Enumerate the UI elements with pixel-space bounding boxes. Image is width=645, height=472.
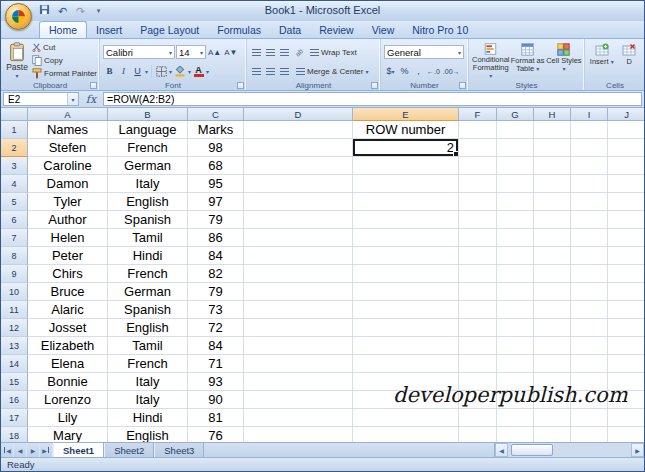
cell-G10[interactable]	[497, 283, 534, 301]
row-header-17[interactable]: 17	[1, 409, 28, 427]
underline-dropdown-arrow[interactable]: ▾	[145, 68, 148, 75]
align-bottom-button[interactable]	[278, 45, 291, 59]
cell-B16[interactable]: Italy	[108, 391, 188, 409]
cell-J1[interactable]	[608, 121, 644, 139]
cell-B13[interactable]: Tamil	[108, 337, 188, 355]
ribbon-tab-home[interactable]: Home	[39, 21, 87, 39]
cell-A12[interactable]: Josset	[28, 319, 108, 337]
cell-D2[interactable]	[244, 139, 353, 157]
scroll-left-arrow[interactable]: ◀	[495, 443, 508, 457]
row-header-13[interactable]: 13	[1, 337, 28, 355]
font-dialog-launcher[interactable]	[237, 82, 244, 89]
cell-J8[interactable]	[608, 247, 644, 265]
column-header-G[interactable]: G	[497, 108, 534, 121]
clipboard-dialog-launcher[interactable]	[90, 82, 97, 89]
name-box-dropdown-arrow[interactable]: ▾	[67, 93, 78, 105]
cell-J10[interactable]	[608, 283, 644, 301]
cell-A13[interactable]: Elizabeth	[28, 337, 108, 355]
cell-G2[interactable]	[497, 139, 534, 157]
cell-G4[interactable]	[497, 175, 534, 193]
cell-J7[interactable]	[608, 229, 644, 247]
cell-B4[interactable]: Italy	[108, 175, 188, 193]
fill-color-dropdown-arrow[interactable]: ▾	[188, 68, 191, 75]
cell-A3[interactable]: Caroline	[28, 157, 108, 175]
format-painter-button[interactable]: Format Painter	[32, 68, 97, 80]
cell-C9[interactable]: 82	[188, 265, 244, 283]
cell-C10[interactable]: 79	[188, 283, 244, 301]
cell-C15[interactable]: 93	[188, 373, 244, 391]
cell-D3[interactable]	[244, 157, 353, 175]
cell-J18[interactable]	[608, 427, 644, 442]
row-header-1[interactable]: 1	[1, 121, 28, 139]
align-left-button[interactable]	[250, 64, 263, 78]
cut-button[interactable]: Cut	[32, 41, 97, 53]
insert-cells-button[interactable]: Insert ▾	[588, 41, 616, 80]
cell-C4[interactable]: 95	[188, 175, 244, 193]
cell-A5[interactable]: Tyler	[28, 193, 108, 211]
cell-J4[interactable]	[608, 175, 644, 193]
row-header-7[interactable]: 7	[1, 229, 28, 247]
borders-dropdown-arrow[interactable]: ▾	[169, 68, 172, 75]
sheet-tab-sheet1[interactable]: Sheet1	[53, 442, 104, 457]
cell-C16[interactable]: 90	[188, 391, 244, 409]
cell-F11[interactable]	[459, 301, 497, 319]
cell-F8[interactable]	[459, 247, 497, 265]
cell-D16[interactable]	[244, 391, 353, 409]
cell-G1[interactable]	[497, 121, 534, 139]
cell-I18[interactable]	[571, 427, 608, 442]
borders-button[interactable]	[155, 64, 168, 78]
cell-C14[interactable]: 71	[188, 355, 244, 373]
select-all-corner[interactable]	[1, 108, 28, 121]
cell-J5[interactable]	[608, 193, 644, 211]
font-color-dropdown-arrow[interactable]: ▾	[206, 68, 209, 75]
row-header-3[interactable]: 3	[1, 157, 28, 175]
row-header-16[interactable]: 16	[1, 391, 28, 409]
cell-B18[interactable]: English	[108, 427, 188, 442]
cell-D5[interactable]	[244, 193, 353, 211]
cell-D10[interactable]	[244, 283, 353, 301]
cell-I14[interactable]	[571, 355, 608, 373]
cell-E4[interactable]	[353, 175, 459, 193]
cell-D6[interactable]	[244, 211, 353, 229]
cell-F6[interactable]	[459, 211, 497, 229]
cell-B2[interactable]: French	[108, 139, 188, 157]
cell-H13[interactable]	[534, 337, 571, 355]
cell-A17[interactable]: Lily	[28, 409, 108, 427]
increase-decimal-button[interactable]: ←.0	[426, 64, 441, 78]
ribbon-tab-nitro-pro-10[interactable]: Nitro Pro 10	[403, 22, 477, 38]
last-sheet-button[interactable]: ▶	[40, 443, 53, 457]
cell-E10[interactable]	[353, 283, 459, 301]
orientation-button[interactable]: ab	[292, 45, 305, 59]
cell-H8[interactable]	[534, 247, 571, 265]
cell-C12[interactable]: 72	[188, 319, 244, 337]
underline-button[interactable]: U	[131, 64, 144, 78]
cell-I2[interactable]	[571, 139, 608, 157]
format-as-table-button[interactable]: Format as Table ▾	[510, 41, 546, 80]
cell-G3[interactable]	[497, 157, 534, 175]
cell-E5[interactable]	[353, 193, 459, 211]
cell-E9[interactable]	[353, 265, 459, 283]
cell-E17[interactable]	[353, 409, 459, 427]
cell-E7[interactable]	[353, 229, 459, 247]
cell-G6[interactable]	[497, 211, 534, 229]
cell-D12[interactable]	[244, 319, 353, 337]
insert-function-button[interactable]: fx	[81, 93, 101, 106]
cell-E8[interactable]	[353, 247, 459, 265]
cell-H10[interactable]	[534, 283, 571, 301]
sheet-tab-sheet3[interactable]: Sheet3	[154, 443, 204, 457]
cell-I3[interactable]	[571, 157, 608, 175]
cell-B1[interactable]: Language	[108, 121, 188, 139]
cell-E2[interactable]: 2	[353, 139, 459, 157]
font-family-select[interactable]: Calibri ▾	[103, 45, 175, 59]
cell-G12[interactable]	[497, 319, 534, 337]
cell-F18[interactable]	[459, 427, 497, 442]
cell-E12[interactable]	[353, 319, 459, 337]
cell-H18[interactable]	[534, 427, 571, 442]
cell-I13[interactable]	[571, 337, 608, 355]
cell-J14[interactable]	[608, 355, 644, 373]
cell-I12[interactable]	[571, 319, 608, 337]
cell-H4[interactable]	[534, 175, 571, 193]
cell-C5[interactable]: 97	[188, 193, 244, 211]
cell-H11[interactable]	[534, 301, 571, 319]
formula-input[interactable]: =ROW(A2:B2)	[103, 92, 642, 106]
